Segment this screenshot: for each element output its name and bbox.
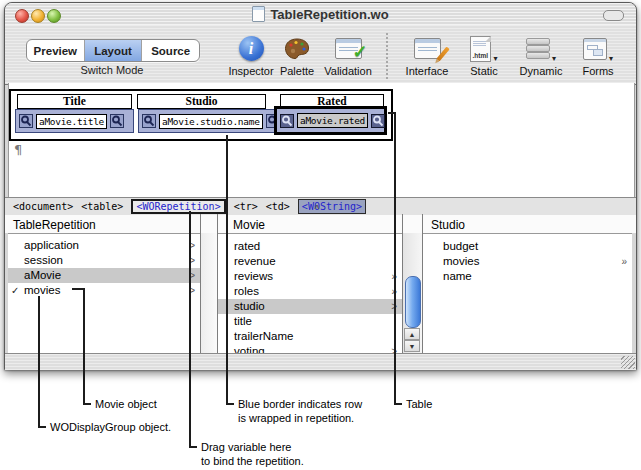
static-button[interactable]: .html▾ Static [461, 34, 507, 77]
list-item[interactable]: revenue [218, 254, 402, 269]
list-item[interactable]: trailerName [218, 329, 402, 344]
callout-line [226, 135, 228, 405]
interface-button[interactable]: Interface [401, 34, 453, 77]
toolbar-toggle-pill[interactable] [603, 10, 624, 21]
list-item-selected[interactable]: studio> [218, 299, 402, 314]
annotation-table: Table [406, 397, 432, 411]
path-td[interactable]: <td> [266, 201, 290, 212]
list-item[interactable]: name [423, 269, 632, 284]
list-item[interactable]: rated [218, 239, 402, 254]
callout-line [38, 296, 40, 428]
table-header-title[interactable]: Title [17, 94, 132, 109]
toolbar-separator [386, 33, 388, 79]
info-icon: i [239, 36, 264, 61]
pilcrow-mark: ¶ [14, 142, 22, 157]
checkmark-icon: ✓ [11, 283, 19, 298]
path-document[interactable]: <document> [13, 201, 73, 212]
list-item[interactable]: voting> [218, 344, 402, 353]
validation-button[interactable]: ✓ Validation [320, 34, 376, 77]
annotation-blue-border: Blue border indicates row is wrapped in … [238, 397, 362, 425]
wostring-element-icon [371, 114, 385, 128]
segment-source[interactable]: Source [142, 40, 199, 61]
list-item[interactable]: session> [8, 253, 200, 268]
dropdown-arrow-icon: ▾ [493, 54, 497, 63]
mode-segmented-control: Preview Layout Source [26, 39, 200, 62]
browser-column-title: Movie [233, 218, 265, 232]
column1-scrollbar-track[interactable] [201, 233, 217, 353]
html-table-element[interactable]: Title Studio Rated aMovie.title aMovie.s… [9, 89, 393, 141]
window-bottom-bar [5, 353, 636, 370]
wostring-element-icon [280, 114, 294, 128]
path-tr[interactable]: <tr> [234, 201, 258, 212]
browser-header-row: TableRepetition Movie Studio [5, 215, 636, 233]
scrollbar-thumb[interactable] [405, 276, 421, 328]
palette-icon [284, 37, 310, 61]
validation-icon: ✓ [335, 38, 362, 59]
path-worepetition[interactable]: <WORepetition> [131, 199, 225, 214]
toolbar: Preview Layout Source Switch Mode i Insp… [5, 25, 636, 85]
list-item[interactable]: application> [8, 238, 200, 253]
path-wostring-selected[interactable]: <WOString> [298, 199, 366, 214]
scroll-up-button[interactable]: ▲ [404, 328, 420, 340]
callout-line [83, 403, 91, 405]
callout-line [189, 446, 197, 448]
binding-title[interactable]: aMovie.title [36, 114, 107, 129]
list-item[interactable]: reviews» [218, 269, 402, 284]
callout-line [394, 403, 402, 405]
browser-column-title: Studio [431, 218, 465, 232]
callout-line [394, 112, 396, 405]
switch-mode-caption: Switch Mode [26, 64, 198, 76]
path-table[interactable]: <table> [81, 201, 123, 212]
list-item-selected[interactable]: aMovie> [8, 268, 200, 283]
list-item[interactable]: budget [423, 239, 632, 254]
callout-line [189, 211, 191, 448]
annotation-drag-variable: Drag variable here to bind the repetitio… [201, 440, 304, 468]
static-html-icon: .html [470, 36, 491, 62]
document-icon [252, 6, 265, 22]
interface-icon [414, 38, 441, 59]
resize-grip[interactable] [621, 356, 635, 369]
dropdown-arrow-icon: ▾ [609, 54, 613, 63]
callout-line [83, 288, 85, 405]
list-item[interactable]: title [218, 314, 402, 329]
browser-column-studio: budget movies» name [423, 233, 632, 353]
repetition-cell-studio[interactable]: aMovie.studio.name [138, 109, 276, 133]
chevron-double-icon: » [621, 254, 627, 269]
list-item[interactable]: roles» [218, 284, 402, 299]
annotation-movie-object: Movie object [95, 397, 157, 411]
forms-icon [583, 38, 607, 60]
palette-button[interactable]: Palette [276, 34, 318, 77]
dynamic-button[interactable]: ▾ Dynamic [513, 34, 569, 77]
window-title: TableRepetition.wo [5, 6, 636, 22]
list-item[interactable]: ✓movies> [8, 283, 200, 298]
dynamic-elements-icon [526, 38, 550, 60]
forms-button[interactable]: ▾ Forms [575, 34, 621, 77]
scroll-down-button[interactable]: ▼ [404, 340, 420, 352]
column2-scrollbar[interactable]: ▲ ▼ [403, 233, 422, 353]
segment-preview[interactable]: Preview [27, 40, 85, 61]
segment-layout[interactable]: Layout [85, 40, 143, 61]
browser-column-movie: rated revenue reviews» roles» studio> ti… [218, 233, 402, 353]
table-header-studio[interactable]: Studio [137, 94, 266, 109]
binding-studio-name[interactable]: aMovie.studio.name [159, 114, 263, 129]
title-bar[interactable]: TableRepetition.wo [5, 3, 636, 26]
browser-column-tablerepetition: application> session> aMovie> ✓movies> [8, 233, 200, 353]
scroll-up-hint-icon: ^ [311, 203, 323, 213]
inspector-button[interactable]: i Inspector [227, 34, 275, 77]
wostring-element-icon [142, 114, 156, 128]
wostring-element-icon [19, 114, 33, 128]
dropdown-arrow-icon: ▾ [552, 54, 556, 63]
callout-line [38, 426, 46, 428]
wostring-element-icon [110, 114, 124, 128]
annotation-wodisplaygroup: WODisplayGroup object. [50, 420, 171, 434]
browser-column-title: TableRepetition [13, 218, 96, 232]
binding-rated[interactable]: aMovie.rated [297, 113, 368, 128]
callout-line [226, 403, 234, 405]
repetition-cell-title[interactable]: aMovie.title [15, 109, 134, 133]
app-window: TableRepetition.wo Preview Layout Source… [4, 2, 637, 370]
list-item[interactable]: movies» [423, 254, 632, 269]
repetition-cell-rated-selected[interactable]: aMovie.rated [274, 106, 387, 135]
